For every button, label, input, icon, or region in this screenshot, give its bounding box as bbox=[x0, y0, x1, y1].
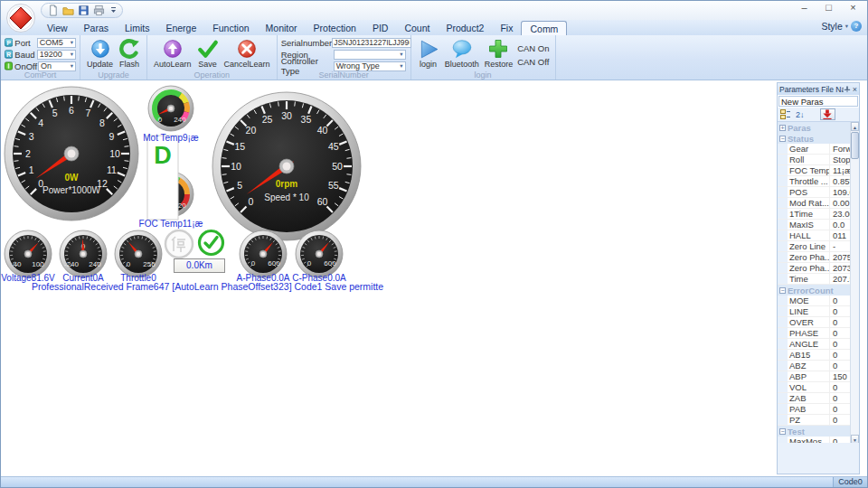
categorized-view-icon[interactable] bbox=[780, 109, 791, 119]
grid-row-roll[interactable]: RollStop bbox=[778, 155, 859, 165]
app-logo-icon[interactable] bbox=[5, 3, 36, 33]
qat-customize-icon[interactable] bbox=[110, 6, 117, 14]
grid-row-pos[interactable]: POS109.0 bbox=[778, 187, 859, 198]
tab-function[interactable]: Function bbox=[204, 21, 257, 35]
grid-category-paras[interactable]: +Paras bbox=[778, 122, 859, 133]
grid-row-over[interactable]: OVER0 bbox=[778, 317, 859, 328]
group-operation: AutoLearn Save CancelLearn Operation bbox=[147, 35, 278, 80]
write-params-button[interactable] bbox=[820, 108, 835, 120]
baud-select[interactable]: 19200 ▾ bbox=[37, 50, 76, 60]
can-off-button[interactable]: CAN Off bbox=[517, 57, 549, 67]
save-params-button[interactable]: Save bbox=[194, 37, 222, 70]
scroll-thumb[interactable] bbox=[851, 132, 859, 159]
grid-row-line[interactable]: LINE0 bbox=[778, 306, 859, 317]
ribbon-spacer bbox=[556, 35, 867, 80]
pin-icon[interactable] bbox=[844, 85, 851, 93]
serial-input[interactable] bbox=[332, 38, 411, 48]
grid-row-vol[interactable]: VOL0 bbox=[778, 382, 859, 393]
tab-count[interactable]: Count bbox=[396, 21, 438, 35]
grid-row-zero-pha-[interactable]: Zero Pha...2073 bbox=[778, 263, 859, 274]
grid-row-foc-temp[interactable]: FOC Temp11¡æ bbox=[778, 165, 859, 176]
tab-comm[interactable]: Comm bbox=[521, 21, 567, 35]
tab-limits[interactable]: Limits bbox=[117, 21, 157, 35]
onoff-label: OnOff bbox=[14, 61, 36, 71]
tab-protection[interactable]: Protection bbox=[306, 21, 364, 35]
open-folder-icon[interactable] bbox=[62, 5, 74, 16]
grid-row-abz[interactable]: ABZ0 bbox=[778, 361, 859, 371]
region-select[interactable]: ▾ bbox=[334, 50, 406, 60]
scroll-down-icon[interactable]: ▼ bbox=[851, 435, 859, 443]
grid-row-1time[interactable]: 1Time23.00us bbox=[778, 209, 859, 220]
port-select[interactable]: COM5 ▾ bbox=[37, 38, 76, 48]
grid-row-abp[interactable]: ABP150 bbox=[778, 371, 859, 382]
grid-row-moe[interactable]: MOE0 bbox=[778, 296, 859, 306]
grid-row-pz[interactable]: PZ0 bbox=[778, 415, 859, 426]
grid-row-maxmos[interactable]: MaxMos0 bbox=[778, 436, 859, 443]
panel-title: Parameters File Name bbox=[779, 85, 844, 94]
sort-icon[interactable]: 2↓ bbox=[796, 110, 805, 119]
svg-text:30: 30 bbox=[281, 110, 292, 121]
update-icon bbox=[90, 39, 111, 59]
panel-close-icon[interactable]: × bbox=[853, 85, 857, 94]
style-menu[interactable]: Style ▾ ? bbox=[821, 21, 862, 32]
tab-product2[interactable]: Product2 bbox=[438, 21, 492, 35]
maximize-button[interactable]: □ bbox=[816, 1, 841, 15]
update-button[interactable]: Update bbox=[84, 37, 116, 70]
grid-row-zab[interactable]: ZAB0 bbox=[778, 393, 859, 404]
group-title: login bbox=[411, 70, 555, 80]
tab-paras[interactable]: Paras bbox=[76, 21, 117, 35]
onoff-select[interactable]: On ▾ bbox=[38, 61, 76, 71]
grid-row-zero-line[interactable]: Zero Line- bbox=[778, 241, 859, 252]
chevron-down-icon: ▾ bbox=[71, 51, 73, 58]
bluetooth-button[interactable]: Bluetooth bbox=[442, 37, 482, 70]
grid-row-phase[interactable]: PHASE0 bbox=[778, 328, 859, 339]
tab-monitor[interactable]: Monitor bbox=[258, 21, 306, 35]
grid-row-pab[interactable]: PAB0 bbox=[778, 404, 859, 415]
can-links: CAN On CAN Off bbox=[515, 37, 551, 70]
grid-row-maxis[interactable]: MaxIS0.0 bbox=[778, 220, 859, 230]
restore-button[interactable]: Restore bbox=[482, 37, 516, 70]
grid-row-hall[interactable]: HALL011 bbox=[778, 230, 859, 241]
grid-category-status[interactable]: −Status bbox=[778, 133, 859, 144]
new-file-icon[interactable] bbox=[47, 5, 59, 16]
svg-text:0rpm: 0rpm bbox=[276, 179, 298, 189]
group-title: Upgrade bbox=[80, 70, 146, 80]
panel-scrollbar[interactable]: ▲ ▼ bbox=[850, 122, 859, 443]
restore-plus-icon bbox=[487, 39, 509, 59]
close-button[interactable]: × bbox=[841, 1, 865, 15]
grid-row-mod-rat-[interactable]: Mod Rat...0.00 bbox=[778, 198, 859, 209]
svg-text:2: 2 bbox=[25, 148, 31, 159]
svg-text:0: 0 bbox=[248, 196, 253, 207]
autolearn-button[interactable]: AutoLearn bbox=[151, 37, 194, 70]
panel-header: Parameters File Name × bbox=[778, 83, 859, 95]
grid-category-test[interactable]: −Test bbox=[778, 426, 859, 436]
can-on-button[interactable]: CAN On bbox=[517, 43, 549, 53]
cancellearn-button[interactable]: CancelLearn bbox=[222, 37, 273, 70]
tab-view[interactable]: View bbox=[39, 21, 76, 35]
print-icon[interactable] bbox=[93, 5, 105, 16]
tab-fix[interactable]: Fix bbox=[492, 21, 521, 35]
grid-category-errorcount[interactable]: −ErrorCount bbox=[778, 285, 859, 296]
grid-row-gear[interactable]: GearForward bbox=[778, 144, 859, 155]
current-gauge: 0-240240 bbox=[60, 230, 107, 277]
grid-row-zero-pha-[interactable]: Zero Pha...2075 bbox=[778, 252, 859, 263]
port-icon: P bbox=[5, 38, 13, 47]
help-icon[interactable]: ? bbox=[851, 21, 862, 32]
flash-button[interactable]: Flash bbox=[116, 37, 143, 70]
grid-row-throttle-[interactable]: Throttle ...0.85V bbox=[778, 176, 859, 187]
save-icon[interactable] bbox=[78, 5, 90, 16]
svg-text:11: 11 bbox=[107, 164, 117, 175]
svg-text:Speed * 10: Speed * 10 bbox=[264, 192, 309, 202]
controller-type-select[interactable]: Wrong Type ▾ bbox=[334, 61, 406, 71]
minimize-button[interactable]: – bbox=[792, 1, 816, 15]
tab-pid[interactable]: PID bbox=[364, 21, 397, 35]
gear-indicator: D bbox=[147, 136, 178, 220]
file-name-input[interactable] bbox=[778, 96, 858, 107]
scroll-up-icon[interactable]: ▲ bbox=[851, 122, 859, 131]
tab-energe[interactable]: Energe bbox=[157, 21, 204, 35]
grid-row-ab15[interactable]: AB150 bbox=[778, 350, 859, 361]
controller-type-value: Wrong Type bbox=[336, 61, 380, 70]
grid-row-time[interactable]: Time207.50us bbox=[778, 274, 859, 285]
login-button[interactable]: login bbox=[415, 37, 442, 70]
grid-row-angle[interactable]: ANGLE0 bbox=[778, 339, 859, 350]
